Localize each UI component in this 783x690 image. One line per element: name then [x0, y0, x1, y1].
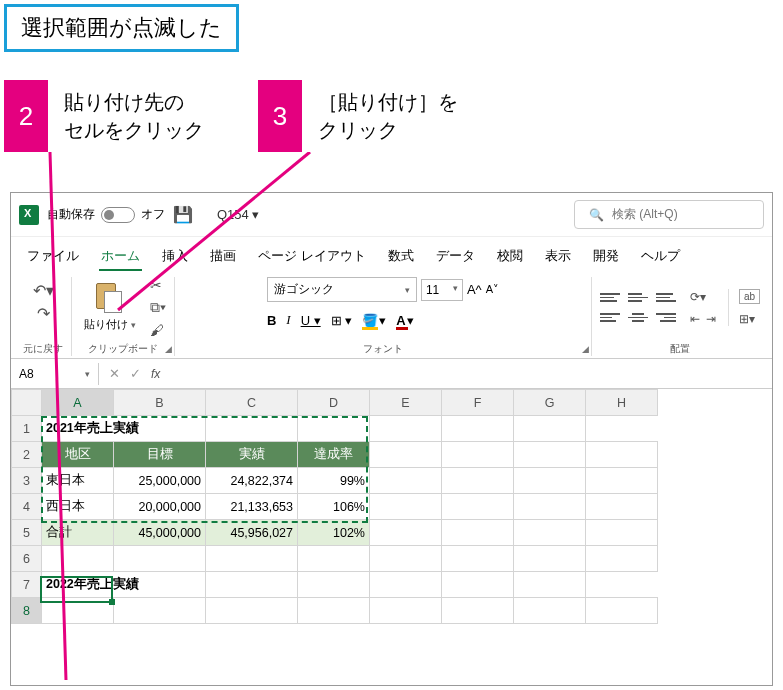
group-undo: ↶▾ ↷ 元に戻す: [15, 277, 72, 356]
autosave-state: オフ: [141, 206, 165, 223]
align-center-button[interactable]: [628, 310, 648, 326]
autosave-toggle[interactable]: 自動保存 オフ: [47, 206, 165, 223]
decrease-font-button[interactable]: A˅: [486, 283, 499, 296]
tab-developer[interactable]: 開発: [591, 243, 621, 271]
titlebar: 自動保存 オフ 💾 Q154 ▾ 🔍 検索 (Alt+Q): [11, 193, 772, 237]
font-size-select[interactable]: 11▾: [421, 279, 463, 301]
align-middle-button[interactable]: [628, 290, 648, 306]
cell: 地区: [42, 442, 114, 468]
enter-icon[interactable]: ✓: [130, 366, 141, 381]
table-row[interactable]: 1 2021年売上実績: [12, 416, 658, 442]
copy-button[interactable]: ⧉▾: [150, 299, 166, 316]
col-header-E[interactable]: E: [370, 390, 442, 416]
underline-button[interactable]: U ▾: [301, 313, 321, 328]
group-alignment: ⟳▾ ⇤ ⇥ ab ⊞▾ 配置: [592, 277, 768, 356]
group-label-clipboard: クリップボード: [88, 342, 158, 356]
step-text: ［貼り付け］をクリック: [302, 80, 474, 152]
paste-button[interactable]: 貼り付け ▾: [80, 281, 140, 334]
tab-draw[interactable]: 描画: [208, 243, 238, 271]
formula-bar: A8▾ ✕ ✓ fx: [11, 359, 772, 389]
table-row[interactable]: 6: [12, 546, 658, 572]
search-placeholder: 検索 (Alt+Q): [612, 206, 678, 223]
tab-file[interactable]: ファイル: [25, 243, 81, 271]
cell: 東日本: [42, 468, 114, 494]
name-box[interactable]: A8▾: [11, 363, 99, 385]
row-header-3[interactable]: 3: [12, 468, 42, 494]
search-icon: 🔍: [589, 208, 604, 222]
align-bottom-button[interactable]: [656, 290, 676, 306]
tab-formulas[interactable]: 数式: [386, 243, 416, 271]
tab-help[interactable]: ヘルプ: [639, 243, 682, 271]
increase-indent-button[interactable]: ⇥: [706, 312, 716, 326]
increase-font-button[interactable]: A^: [467, 282, 482, 297]
cell: 99%: [298, 468, 370, 494]
col-header-C[interactable]: C: [206, 390, 298, 416]
cancel-icon[interactable]: ✕: [109, 366, 120, 381]
wrap-text-button[interactable]: ab: [739, 289, 760, 304]
font-launcher[interactable]: ◢: [582, 344, 589, 354]
cell: 達成率: [298, 442, 370, 468]
step-number: 2: [4, 80, 48, 152]
toggle-switch-icon[interactable]: [101, 207, 135, 223]
cell: 実績: [206, 442, 298, 468]
decrease-indent-button[interactable]: ⇤: [690, 312, 700, 326]
group-clipboard: 貼り付け ▾ ✂ ⧉▾ 🖌 クリップボード ◢: [72, 277, 175, 356]
borders-button[interactable]: ⊞ ▾: [331, 313, 353, 328]
row-header-7[interactable]: 7: [12, 572, 42, 598]
merge-center-button[interactable]: ⊞▾: [739, 312, 760, 326]
cell: 24,822,374: [206, 468, 298, 494]
cell: 2021年売上実績: [42, 416, 206, 442]
col-header-F[interactable]: F: [442, 390, 514, 416]
orientation-button[interactable]: ⟳▾: [690, 290, 716, 304]
font-name-select[interactable]: 游ゴシック▾: [267, 277, 417, 302]
row-header-4[interactable]: 4: [12, 494, 42, 520]
tab-data[interactable]: データ: [434, 243, 477, 271]
step-text: 貼り付け先のセルをクリック: [48, 80, 220, 152]
align-left-button[interactable]: [600, 310, 620, 326]
font-color-button[interactable]: A ▾: [396, 313, 413, 328]
row-header-8[interactable]: 8: [12, 598, 42, 624]
save-icon[interactable]: 💾: [173, 205, 193, 224]
group-label-alignment: 配置: [670, 342, 690, 356]
tab-page-layout[interactable]: ページ レイアウト: [256, 243, 368, 271]
col-header-H[interactable]: H: [586, 390, 658, 416]
tab-home[interactable]: ホーム: [99, 243, 142, 271]
table-row[interactable]: 2 地区 目標 実績 達成率: [12, 442, 658, 468]
row-header-6[interactable]: 6: [12, 546, 42, 572]
filename-dropdown[interactable]: Q154 ▾: [217, 207, 259, 222]
fill-color-button[interactable]: 🪣 ▾: [362, 313, 386, 328]
clipboard-icon: [96, 283, 124, 315]
format-painter-button[interactable]: 🖌: [150, 322, 166, 338]
redo-button[interactable]: ↷: [37, 304, 50, 323]
cut-button[interactable]: ✂: [150, 277, 166, 293]
table-row[interactable]: 4 西日本 20,000,000 21,133,653 106%: [12, 494, 658, 520]
tab-view[interactable]: 表示: [543, 243, 573, 271]
align-right-button[interactable]: [656, 310, 676, 326]
col-header-A[interactable]: A: [42, 390, 114, 416]
clipboard-launcher[interactable]: ◢: [165, 344, 172, 354]
worksheet-grid[interactable]: A B C D E F G H 1 2021年売上実績 2 地区: [11, 389, 772, 624]
row-header-2[interactable]: 2: [12, 442, 42, 468]
col-header-B[interactable]: B: [114, 390, 206, 416]
row-header-1[interactable]: 1: [12, 416, 42, 442]
table-row[interactable]: 3 東日本 25,000,000 24,822,374 99%: [12, 468, 658, 494]
col-header-G[interactable]: G: [514, 390, 586, 416]
tab-review[interactable]: 校閲: [495, 243, 525, 271]
table-row[interactable]: 7 2022年売上実績: [12, 572, 658, 598]
group-label-undo: 元に戻す: [23, 342, 63, 356]
fx-icon[interactable]: fx: [151, 367, 160, 381]
italic-button[interactable]: I: [286, 312, 290, 328]
bold-button[interactable]: B: [267, 313, 276, 328]
undo-button[interactable]: ↶▾: [33, 281, 54, 300]
table-row[interactable]: 8: [12, 598, 658, 624]
tab-insert[interactable]: 挿入: [160, 243, 190, 271]
search-input[interactable]: 🔍 検索 (Alt+Q): [574, 200, 764, 229]
row-header-5[interactable]: 5: [12, 520, 42, 546]
group-font: 游ゴシック▾ 11▾ A^ A˅ B I U ▾ ⊞ ▾: [175, 277, 592, 356]
col-header-D[interactable]: D: [298, 390, 370, 416]
cell: 21,133,653: [206, 494, 298, 520]
select-all-corner[interactable]: [12, 390, 42, 416]
callout-step-2: 2 貼り付け先のセルをクリック: [4, 80, 220, 152]
table-row[interactable]: 5 合計 45,000,000 45,956,027 102%: [12, 520, 658, 546]
align-top-button[interactable]: [600, 290, 620, 306]
